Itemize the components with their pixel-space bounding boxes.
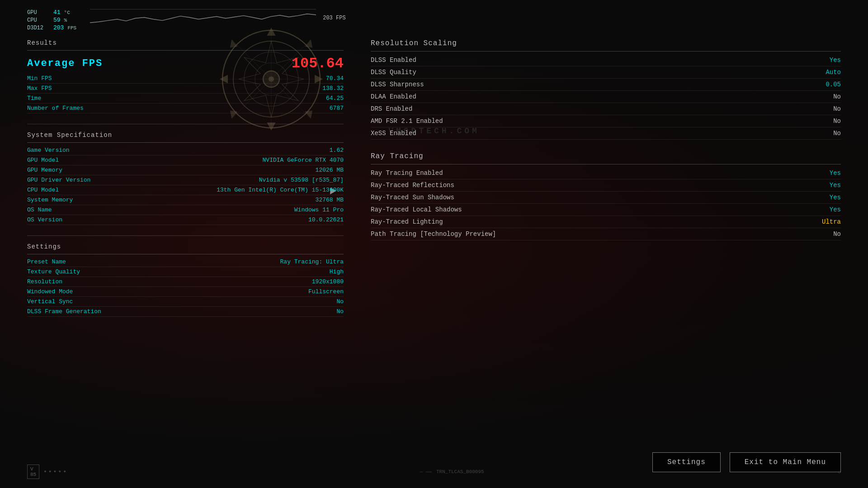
amd-fsr-value: No <box>833 117 841 125</box>
rt-enabled-value: Yes <box>830 169 841 177</box>
divider-1 <box>27 124 344 124</box>
sys-memory-value: 32768 MB <box>316 197 344 203</box>
fps-graph <box>90 9 316 27</box>
rt-lighting-label: Ray-Traced Lighting <box>371 218 443 225</box>
resolution-row: Resolution 868x488 <box>27 277 344 287</box>
rt-lighting-value: Ultra <box>822 218 841 225</box>
average-fps-row: Average FPS 105.64 <box>27 53 344 74</box>
dlss-sharpness-label: DLSS Sharpness <box>371 81 424 88</box>
dlss-enabled-label: DLSS Enabled <box>371 56 416 64</box>
rt-sun-shadows-label: Ray-Traced Sun Shadows <box>371 194 454 201</box>
rt-sun-shadows-row: Ray-Traced Sun Shadows Yes <box>371 192 841 204</box>
rt-local-shadows-value: Yes <box>830 206 841 213</box>
vsync-row: Vertical Sync No <box>27 297 344 307</box>
vsync-value: No <box>336 298 344 305</box>
gpu-driver-row: GPU Driver Version Nvidia v 53598 [r535_… <box>27 175 344 185</box>
preset-value: Ray Tracing: Ultra <box>280 258 344 265</box>
max-fps-row: Max FPS 138.32 <box>27 84 344 94</box>
results-header: Results <box>27 36 344 51</box>
top-hud: GPU 41 °C CPU 59 % D3D12 203 FPS 203 FPS <box>27 9 841 31</box>
dlss-fg-value: No <box>336 308 344 315</box>
vsync-label: Vertical Sync <box>27 298 73 305</box>
dlss-enabled-row: DLSS Enabled Yes <box>371 54 841 66</box>
resolution-scaling-section: Resolution Scaling DLSS Enabled Yes DLSS… <box>371 36 841 140</box>
dlss-quality-row: DLSS Quality Auto <box>371 66 841 79</box>
frames-label: Number of Frames <box>27 105 84 112</box>
fps-current: 203 FPS <box>323 15 345 21</box>
dlss-quality-label: DLSS Quality <box>371 69 416 76</box>
rt-reflections-value: Yes <box>830 182 841 189</box>
texture-value: High <box>330 268 344 275</box>
os-name-label: OS Name <box>27 206 52 213</box>
os-version-label: OS Version <box>27 216 62 223</box>
max-fps-value: 138.32 <box>322 85 344 92</box>
min-fps-label: Min FPS <box>27 75 52 82</box>
max-fps-label: Max FPS <box>27 85 52 92</box>
texture-label: Texture Quality <box>27 268 80 275</box>
settings-button[interactable]: Settings <box>652 452 721 472</box>
os-name-row: OS Name Windows 11 Pro <box>27 205 344 215</box>
gpu-driver-label: GPU Driver Version <box>27 177 90 183</box>
texture-row: Texture Quality High <box>27 267 344 277</box>
gpu-driver-value: Nvidia v 53598 [r535_87] <box>259 177 344 183</box>
cpu-model-row: CPU Model 13th Gen Intel(R) Core(TM) i5-… <box>27 185 344 195</box>
os-version-value: 10.0.22621 <box>308 216 344 223</box>
resolution-value: 868x488 <box>312 278 344 285</box>
exit-button[interactable]: Exit to Main Menu <box>730 452 841 472</box>
dlss-fg-row: DLSS Frame Generation No <box>27 307 344 317</box>
resolution-label: Resolution <box>27 278 62 285</box>
amd-fsr-row: AMD FSR 2.1 Enabled No <box>371 115 841 127</box>
sys-memory-row: System Memory 32768 MB <box>27 195 344 205</box>
windowed-label: Windowed Mode <box>27 288 73 295</box>
rt-reflections-label: Ray-Traced Reflections <box>371 182 454 189</box>
gpu-memory-label: GPU Memory <box>27 167 62 174</box>
divider-2 <box>27 235 344 236</box>
xess-value: No <box>833 130 841 137</box>
dlss-sharpness-row: DLSS Sharpness 0.05 <box>371 79 841 91</box>
dlss-fg-label: DLSS Frame Generation <box>27 308 101 315</box>
drs-enabled-value: No <box>833 105 841 113</box>
gpu-stat-row: GPU 41 °C <box>27 9 76 16</box>
preset-label: Preset Name <box>27 258 66 265</box>
time-label: Time <box>27 95 41 102</box>
spec-header: System Specification <box>27 128 344 143</box>
xess-label: XeSS Enabled <box>371 130 416 137</box>
rt-local-shadows-row: Ray-Traced Local Shadows Yes <box>371 204 841 216</box>
path-tracing-label: Path Tracing [Technology Preview] <box>371 230 496 238</box>
cpu-model-value: 13th Gen Intel(R) Core(TM) i5-13600K <box>217 187 344 193</box>
ray-tracing-section: Ray Tracing Ray Tracing Enabled Yes Ray-… <box>371 149 841 240</box>
time-row: Time 64.25 <box>27 94 344 103</box>
gpu-memory-row: GPU Memory 12026 MB <box>27 165 344 175</box>
game-version-value: 1.62 <box>330 147 344 154</box>
hud-stats: GPU 41 °C CPU 59 % D3D12 203 FPS <box>27 9 76 31</box>
path-tracing-row: Path Tracing [Technology Preview] No <box>371 228 841 240</box>
right-panel: Resolution Scaling DLSS Enabled Yes DLSS… <box>362 36 841 479</box>
gpu-memory-value: 12026 MB <box>316 167 344 174</box>
ray-tracing-header: Ray Tracing <box>371 149 841 164</box>
d3d-stat-row: D3D12 203 FPS <box>27 24 76 31</box>
gpu-model-value: NVIDIA GeForce RTX 4070 <box>263 157 344 164</box>
gpu-label: GPU <box>27 9 50 16</box>
left-panel: Results Average FPS 105.64 Min FPS 70.34… <box>27 36 344 479</box>
cpu-value: 59 <box>53 17 61 23</box>
results-section: Results Average FPS 105.64 Min FPS 70.34… <box>27 36 344 113</box>
windowed-row: Windowed Mode Fullscreen <box>27 287 344 297</box>
drs-enabled-row: DRS Enabled No <box>371 103 841 115</box>
xess-row: XeSS Enabled No <box>371 127 841 140</box>
d3d-unit: FPS <box>67 25 76 31</box>
gpu-unit: °C <box>64 10 70 15</box>
buttons-area: Settings Exit to Main Menu <box>371 446 841 479</box>
rt-sun-shadows-value: Yes <box>830 194 841 201</box>
content-area: Results Average FPS 105.64 Min FPS 70.34… <box>27 36 841 479</box>
gpu-value: 41 <box>53 9 61 16</box>
d3d-label: D3D12 <box>27 25 50 31</box>
settings-header: Settings <box>27 239 344 254</box>
average-fps-label: Average FPS <box>27 58 103 69</box>
main-container: GPU 41 °C CPU 59 % D3D12 203 FPS 203 FPS <box>0 0 868 488</box>
rt-local-shadows-label: Ray-Traced Local Shadows <box>371 206 462 213</box>
dlaa-enabled-value: No <box>833 93 841 100</box>
gpu-model-row: GPU Model NVIDIA GeForce RTX 4070 <box>27 155 344 165</box>
rt-enabled-label: Ray Tracing Enabled <box>371 169 443 177</box>
game-version-label: Game Version <box>27 147 70 154</box>
min-fps-value: 70.34 <box>326 75 344 82</box>
